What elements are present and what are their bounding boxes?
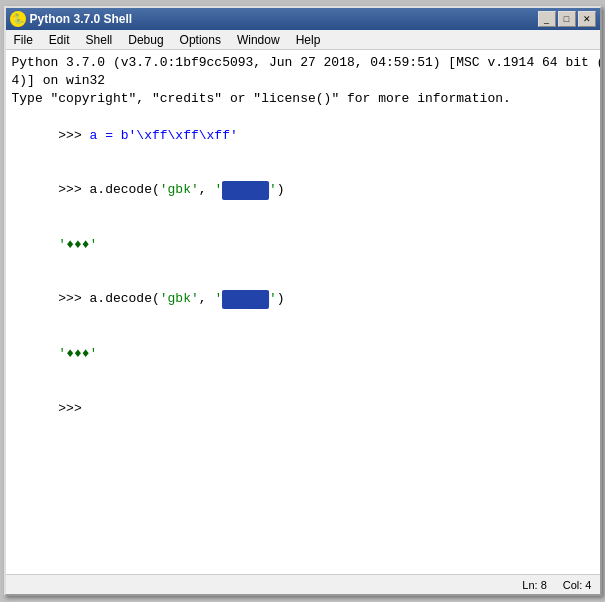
prompt-4: >>> bbox=[58, 401, 89, 416]
redacted-1: ██████ bbox=[222, 181, 269, 199]
shell-line-1: Python 3.7.0 (v3.7.0:1bf9cc5093, Jun 27 … bbox=[12, 54, 594, 72]
menu-edit[interactable]: Edit bbox=[41, 30, 78, 49]
redacted-2: ██████ bbox=[222, 290, 269, 308]
col-number: Col: 4 bbox=[563, 579, 592, 591]
shell-line-3: Type "copyright", "credits" or "license(… bbox=[12, 90, 594, 108]
shell-line-2: 4)] on win32 bbox=[12, 72, 594, 90]
cmd-2-code: a.decode('gbk', '██████') bbox=[90, 182, 285, 197]
title-bar: 🐍 Python 3.7.0 Shell _ □ ✕ bbox=[6, 8, 600, 30]
shell-cmd-2: >>> a.decode('gbk', '██████') bbox=[12, 163, 594, 218]
menu-shell[interactable]: Shell bbox=[78, 30, 121, 49]
title-bar-left: 🐍 Python 3.7.0 Shell bbox=[10, 11, 133, 27]
menu-file[interactable]: File bbox=[6, 30, 41, 49]
maximize-button[interactable]: □ bbox=[558, 11, 576, 27]
shell-cmd-1: >>> a = b'\xff\xff\xff' bbox=[12, 109, 594, 164]
menu-debug[interactable]: Debug bbox=[120, 30, 171, 49]
python-shell-window: 🐍 Python 3.7.0 Shell _ □ ✕ File Edit She… bbox=[4, 6, 602, 596]
output-1-text: '♦♦♦' bbox=[58, 237, 97, 252]
minimize-button[interactable]: _ bbox=[538, 11, 556, 27]
shell-output-2: '♦♦♦' bbox=[12, 327, 594, 382]
shell-output[interactable]: Python 3.7.0 (v3.7.0:1bf9cc5093, Jun 27 … bbox=[6, 50, 600, 574]
menu-options[interactable]: Options bbox=[172, 30, 229, 49]
copyright-text: "copyright" bbox=[51, 91, 137, 106]
menu-bar: File Edit Shell Debug Options Window Hel… bbox=[6, 30, 600, 50]
shell-cmd-3: >>> a.decode('gbk', '██████') bbox=[12, 272, 594, 327]
prompt-1: >>> bbox=[58, 128, 89, 143]
cmd-1-code: a = b'\xff\xff\xff' bbox=[90, 128, 238, 143]
shell-empty-prompt: >>> bbox=[12, 381, 594, 436]
window-title: Python 3.7.0 Shell bbox=[30, 12, 133, 26]
shell-output-1: '♦♦♦' bbox=[12, 218, 594, 273]
line-number: Ln: 8 bbox=[522, 579, 546, 591]
output-2-text: '♦♦♦' bbox=[58, 346, 97, 361]
prompt-3: >>> bbox=[58, 291, 89, 306]
python-icon: 🐍 bbox=[10, 11, 26, 27]
prompt-2: >>> bbox=[58, 182, 89, 197]
status-info: Ln: 8 Col: 4 bbox=[522, 579, 591, 591]
menu-help[interactable]: Help bbox=[288, 30, 329, 49]
window-controls: _ □ ✕ bbox=[538, 11, 596, 27]
cmd-3-code: a.decode('gbk', '██████') bbox=[90, 291, 285, 306]
menu-window[interactable]: Window bbox=[229, 30, 288, 49]
status-bar: Ln: 8 Col: 4 bbox=[6, 574, 600, 594]
close-button[interactable]: ✕ bbox=[578, 11, 596, 27]
